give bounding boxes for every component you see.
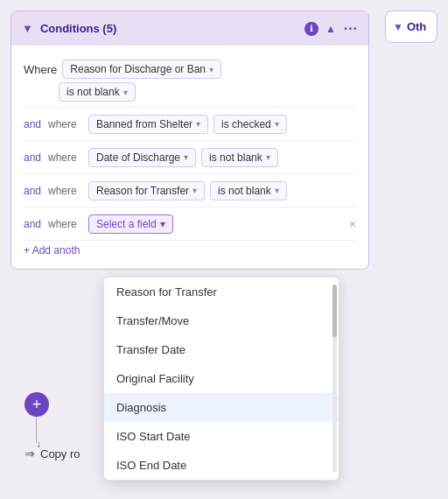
condition-row-5: and where Select a field ▾ ×	[24, 207, 356, 241]
chevron-down-icon-op1: ▾	[123, 88, 128, 97]
panel-header: ▼ Conditions (5) ℹ ▲ ⋯	[11, 11, 368, 46]
where-label-1: Where	[24, 63, 57, 76]
copy-label: Copy ro	[40, 447, 80, 460]
dropdown-item-iso-end-date[interactable]: ISO End Date	[104, 451, 339, 480]
operator-label-4: is not blank	[218, 185, 271, 197]
add-another-button[interactable]: + Add anoth	[24, 241, 356, 260]
and-label-4: and	[24, 185, 43, 197]
where-label-4: where	[48, 185, 83, 197]
add-node-button[interactable]: +	[24, 392, 49, 417]
operator-label-2: is checked	[221, 118, 271, 130]
conditions-panel: ▼ Conditions (5) ℹ ▲ ⋯ Where Reason for …	[10, 11, 369, 270]
close-condition-button[interactable]: ×	[349, 217, 356, 231]
condition-row-1: Where Reason for Discharge or Ban ▾ is n…	[24, 54, 356, 108]
operator-dropdown-1[interactable]: is not blank ▾	[59, 82, 136, 102]
field-label-1: Reason for Discharge or Ban	[70, 63, 206, 75]
dropdown-item-diagnosis[interactable]: Diagnosis	[104, 393, 339, 422]
operator-label-3: is not blank	[209, 151, 262, 164]
collapse-button[interactable]: ▲	[326, 23, 336, 35]
field-label-3: Date of Discharge	[96, 151, 180, 164]
copy-icon: ⇒	[24, 446, 35, 460]
and-label-5: and	[24, 218, 43, 230]
operator-dropdown-2[interactable]: is checked ▾	[214, 115, 287, 134]
field-label-4: Reason for Transfer	[96, 185, 189, 197]
field-dropdown-2[interactable]: Banned from Shelter ▾	[88, 115, 208, 134]
oth-filter-icon: ▼	[393, 21, 403, 33]
panel-title: Conditions (5)	[40, 22, 298, 35]
scrollbar-track	[332, 285, 337, 473]
oth-panel: ▼ Oth	[385, 11, 438, 43]
condition-row-2: and where Banned from Shelter ▾ is check…	[24, 108, 356, 141]
panel-body: Where Reason for Discharge or Ban ▾ is n…	[11, 46, 368, 269]
dropdown-item-reason-for-transfer[interactable]: Reason for Transfer	[104, 278, 339, 306]
chevron-down-icon-3: ▾	[184, 152, 188, 162]
dropdown-item-original-facility[interactable]: Original Facility	[104, 364, 339, 393]
and-label-2: and	[24, 118, 43, 130]
condition-row-3: and where Date of Discharge ▾ is not bla…	[24, 141, 356, 174]
field-select-dropdown: Reason for Transfer Transfer/Move Transf…	[103, 277, 340, 481]
select-field-button[interactable]: Select a field ▾	[88, 214, 173, 234]
dropdown-item-transfer-move[interactable]: Transfer/Move	[104, 306, 339, 335]
field-dropdown-1[interactable]: Reason for Discharge or Ban ▾	[62, 60, 221, 79]
operator-dropdown-3[interactable]: is not blank ▾	[201, 148, 278, 167]
chevron-down-icon-2: ▾	[196, 119, 200, 129]
field-label-2: Banned from Shelter	[96, 118, 192, 130]
dropdown-item-iso-start-date[interactable]: ISO Start Date	[104, 422, 339, 451]
operator-dropdown-4[interactable]: is not blank ▾	[210, 181, 287, 200]
field-dropdown-3[interactable]: Date of Discharge ▾	[88, 148, 196, 167]
where-label-5: where	[48, 218, 83, 230]
filter-icon: ▼	[22, 22, 33, 35]
add-another-label: + Add anoth	[24, 244, 80, 257]
copy-row[interactable]: ⇒ Copy ro	[24, 446, 80, 460]
select-field-label: Select a field	[96, 218, 157, 230]
dropdown-item-transfer-date[interactable]: Transfer Date	[104, 335, 339, 364]
chevron-down-icon-op2: ▾	[275, 119, 279, 129]
chevron-down-icon-5: ▾	[160, 218, 165, 230]
where-label-3: where	[48, 151, 83, 164]
operator-label-1: is not blank	[66, 86, 120, 98]
condition-row-4: and where Reason for Transfer ▾ is not b…	[24, 174, 356, 207]
and-label-3: and	[24, 151, 43, 164]
more-options-button[interactable]: ⋯	[343, 20, 358, 37]
field-dropdown-4[interactable]: Reason for Transfer ▾	[88, 181, 205, 200]
info-button[interactable]: ℹ	[304, 22, 318, 36]
chevron-down-icon-op4: ▾	[275, 186, 279, 195]
chevron-down-icon-1: ▾	[209, 65, 214, 74]
scrollbar-thumb[interactable]	[332, 285, 337, 337]
chevron-down-icon-op3: ▾	[266, 152, 270, 162]
where-label-2: where	[48, 118, 83, 130]
oth-label: Oth	[407, 20, 426, 33]
chevron-down-icon-4: ▾	[192, 186, 197, 195]
